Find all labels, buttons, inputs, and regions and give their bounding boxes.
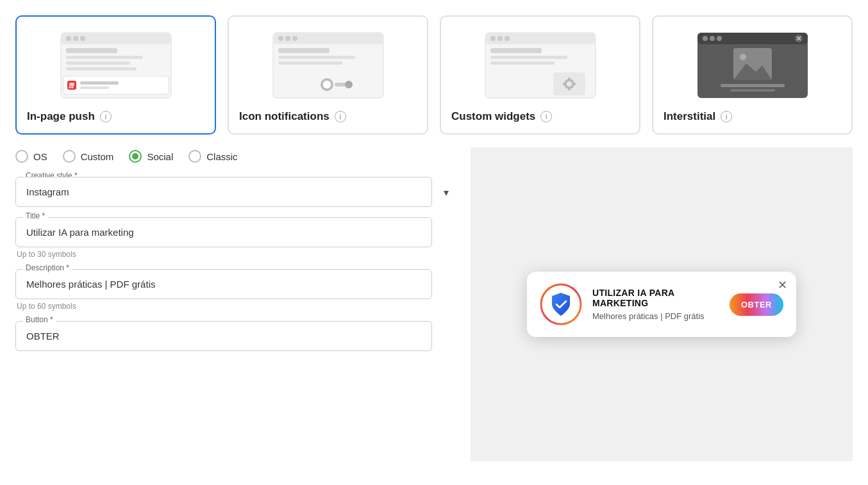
svg-point-38: [567, 81, 572, 86]
svg-point-32: [505, 36, 510, 41]
card-icon-custom-widgets: [451, 27, 629, 104]
radio-label-classic: Classic: [206, 151, 237, 162]
card-interstitial[interactable]: Interstitial i: [652, 15, 853, 135]
svg-point-52: [740, 54, 746, 60]
card-label-interstitial: Interstitial i: [664, 110, 732, 123]
svg-rect-33: [490, 48, 542, 53]
svg-point-19: [285, 36, 290, 41]
svg-rect-7: [66, 62, 130, 65]
svg-rect-34: [490, 56, 567, 59]
svg-rect-42: [573, 83, 576, 85]
card-label-in-page-push: In-page push i: [27, 110, 112, 123]
svg-point-30: [490, 36, 496, 41]
preview-panel: ✕: [471, 147, 853, 461]
title-field: Title *: [15, 217, 458, 247]
svg-rect-8: [66, 67, 137, 70]
svg-rect-9: [63, 76, 169, 94]
svg-rect-22: [278, 56, 355, 59]
svg-rect-5: [66, 48, 117, 53]
title-input[interactable]: [15, 217, 432, 247]
card-icon-in-page-push: [27, 27, 204, 104]
radio-custom[interactable]: Custom: [63, 150, 114, 163]
svg-point-3: [73, 36, 78, 41]
svg-rect-54: [721, 84, 785, 87]
card-label-custom-widgets: Custom widgets i: [451, 110, 552, 123]
svg-point-25: [322, 80, 331, 89]
svg-point-20: [292, 36, 297, 41]
card-in-page-push[interactable]: In-page push i: [15, 15, 216, 135]
radio-circle-classic: [188, 150, 201, 163]
notification-preview-card: ✕: [527, 272, 796, 337]
notif-desc: Melhores práticas | PDF grátis: [592, 311, 719, 321]
radio-label-social: Social: [147, 151, 173, 162]
description-input[interactable]: [15, 269, 432, 299]
info-icon-custom-widgets[interactable]: i: [540, 111, 552, 122]
button-field: Button *: [15, 321, 458, 351]
creative-style-select[interactable]: Instagram Facebook Twitter LinkedIn: [15, 177, 432, 207]
notif-icon-wrap: [540, 283, 582, 325]
radio-label-custom: Custom: [81, 151, 114, 162]
cards-row: In-page push i Icon notific: [0, 0, 868, 147]
radio-circle-os: [15, 150, 28, 163]
svg-point-2: [66, 36, 71, 41]
creative-style-select-wrapper: Instagram Facebook Twitter LinkedIn ▾: [15, 177, 458, 207]
svg-point-27: [345, 81, 353, 88]
form-panel: OS Custom Social Classic Creative style …: [15, 147, 458, 461]
svg-point-46: [710, 36, 715, 41]
svg-point-47: [717, 36, 722, 41]
svg-rect-41: [563, 83, 565, 85]
card-custom-widgets[interactable]: Custom widgets i: [440, 15, 640, 135]
svg-rect-40: [568, 88, 571, 90]
radio-group: OS Custom Social Classic: [15, 147, 458, 163]
notif-title: UTILIZAR IA PARA MARKETING: [592, 288, 719, 308]
svg-rect-12: [80, 86, 109, 89]
svg-rect-23: [278, 62, 342, 65]
description-hint: Up to 60 symbols: [17, 302, 458, 311]
info-icon-interstitial[interactable]: i: [721, 111, 732, 122]
svg-rect-55: [730, 89, 775, 92]
chevron-down-icon: ▾: [444, 186, 449, 198]
svg-rect-13: [69, 83, 74, 86]
svg-rect-21: [278, 48, 330, 53]
notif-cta-button[interactable]: OBTER: [730, 293, 783, 316]
description-field: Description *: [15, 269, 458, 299]
svg-point-45: [703, 36, 708, 41]
svg-rect-39: [568, 78, 571, 80]
main-content: OS Custom Social Classic Creative style …: [0, 147, 868, 461]
button-input[interactable]: [15, 321, 432, 351]
description-label: Description *: [23, 263, 72, 272]
info-icon-in-page-push[interactable]: i: [100, 111, 112, 122]
svg-rect-6: [66, 56, 143, 59]
svg-point-4: [80, 36, 85, 41]
svg-point-15: [71, 86, 74, 88]
card-icon-interstitial: [664, 27, 841, 104]
creative-style-field: Creative style * Instagram Facebook Twit…: [15, 177, 458, 207]
radio-social[interactable]: Social: [129, 150, 173, 163]
radio-classic[interactable]: Classic: [188, 150, 237, 163]
svg-point-18: [278, 36, 283, 41]
title-hint: Up to 30 symbols: [17, 250, 458, 259]
svg-rect-11: [80, 81, 119, 85]
radio-circle-social: [129, 150, 142, 163]
radio-os[interactable]: OS: [15, 150, 47, 163]
close-icon[interactable]: ✕: [778, 279, 787, 291]
radio-circle-custom: [63, 150, 76, 163]
button-field-label: Button *: [23, 315, 56, 324]
svg-point-56: [541, 284, 581, 324]
card-icon-icon-notifications: [239, 27, 417, 104]
card-label-icon-notifications: Icon notifications i: [239, 110, 346, 123]
card-icon-notifications[interactable]: Icon notifications i: [228, 15, 428, 135]
svg-rect-35: [490, 62, 555, 65]
gradient-ring-svg: [540, 283, 582, 325]
svg-point-31: [497, 36, 503, 41]
radio-label-os: OS: [33, 151, 47, 162]
info-icon-icon-notifications[interactable]: i: [335, 111, 346, 122]
title-label: Title *: [23, 211, 47, 220]
notif-text-area: UTILIZAR IA PARA MARKETING Melhores prát…: [592, 288, 719, 321]
svg-point-14: [69, 86, 71, 88]
